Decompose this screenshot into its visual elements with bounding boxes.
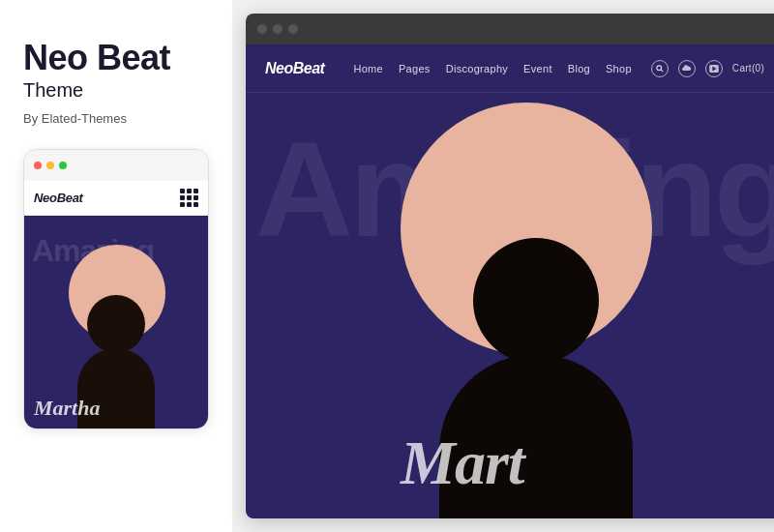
svg-line-1 (661, 70, 663, 72)
mobile-dot-yellow (46, 162, 54, 169)
person-head (87, 295, 145, 353)
hero-person-head (473, 238, 599, 364)
cloud-icon[interactable] (678, 60, 696, 77)
browser-navbar: NeoBeat Home Pages Discography Event Blo… (246, 44, 774, 93)
nav-link-home[interactable]: Home (353, 63, 383, 74)
nav-link-pages[interactable]: Pages (399, 63, 431, 74)
browser-site-logo: NeoBeat (265, 60, 324, 77)
mobile-dot-green (59, 162, 67, 169)
browser-window: NeoBeat Home Pages Discography Event Blo… (246, 14, 774, 518)
browser-content: NeoBeat Home Pages Discography Event Blo… (246, 44, 774, 518)
mobile-preview: NeoBeat Amazing Martha (23, 149, 209, 429)
nav-link-discography[interactable]: Discography (446, 63, 508, 74)
nav-link-event[interactable]: Event (523, 63, 552, 74)
mobile-hero: Amazing Martha (24, 216, 208, 429)
browser-dot-1 (257, 24, 267, 34)
mobile-dot-red (34, 162, 42, 169)
grid-icon (180, 189, 198, 207)
theme-subtitle: Theme (23, 79, 209, 102)
theme-author: By Elated-Themes (23, 111, 209, 126)
hero-name-text: Mart (401, 428, 524, 499)
nav-link-shop[interactable]: Shop (606, 63, 632, 74)
theme-title: Neo Beat (23, 39, 209, 77)
cart-text[interactable]: Cart(0) (732, 63, 764, 74)
mobile-titlebar (24, 150, 208, 181)
youtube-icon[interactable] (705, 60, 723, 77)
left-panel: Neo Beat Theme By Elated-Themes NeoBeat … (0, 0, 232, 532)
browser-dot-3 (288, 24, 298, 34)
browser-nav-links: Home Pages Discography Event Blog Shop (353, 63, 631, 74)
right-panel: NeoBeat Home Pages Discography Event Blo… (232, 0, 774, 532)
search-icon[interactable] (651, 60, 669, 77)
svg-point-0 (657, 65, 662, 70)
mobile-nav-bar: NeoBeat (24, 181, 208, 216)
browser-dot-2 (273, 24, 283, 34)
mobile-logo: NeoBeat (34, 191, 83, 205)
mobile-name-text: Martha (34, 396, 100, 421)
browser-titlebar (246, 14, 774, 44)
browser-hero: Amazing Mart (246, 93, 774, 518)
browser-nav-right: Cart(0) (651, 60, 774, 77)
nav-link-blog[interactable]: Blog (568, 63, 590, 74)
